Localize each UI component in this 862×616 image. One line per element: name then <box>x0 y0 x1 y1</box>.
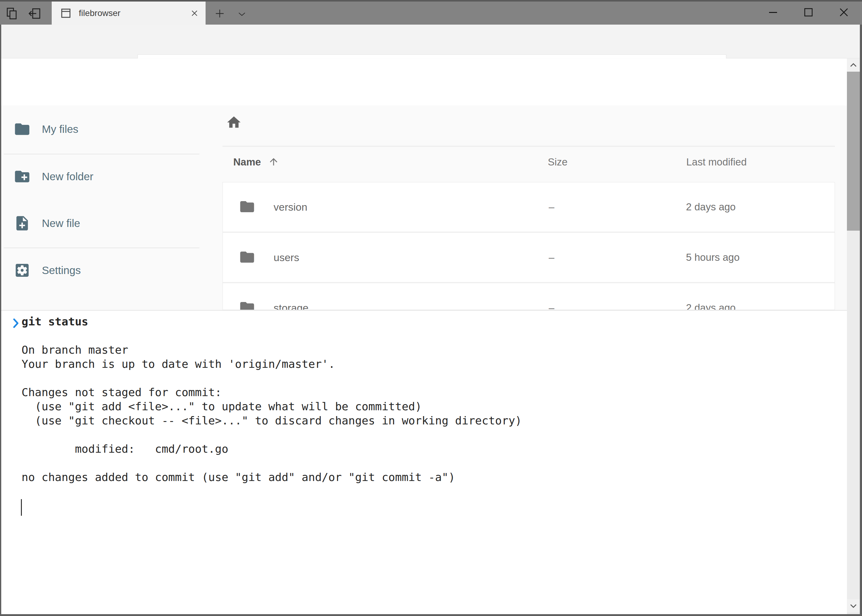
sidebar-item-new-folder[interactable]: New folder <box>14 160 186 193</box>
scroll-down-button[interactable] <box>847 599 860 612</box>
scroll-up-button[interactable] <box>847 58 860 72</box>
new-file-icon <box>14 215 31 232</box>
terminal-line: Your branch is up to date with 'origin/m… <box>22 357 522 371</box>
sidebar-divider <box>4 248 199 248</box>
file-name: storage <box>274 302 308 310</box>
terminal-output: git status On branch master Your branch … <box>1 311 522 484</box>
tab-preview-icon <box>5 6 19 20</box>
browser-tab[interactable]: filebrowser <box>52 2 206 25</box>
new-tab-button[interactable] <box>211 5 229 22</box>
terminal-line <box>22 329 522 343</box>
column-header-name[interactable]: Name <box>233 156 279 168</box>
window-border-top <box>0 0 862 2</box>
home-icon <box>226 115 242 130</box>
sidebar-item-my-files[interactable]: My files <box>14 112 186 146</box>
set-tabs-aside-button[interactable] <box>26 5 43 22</box>
sidebar-item-label: My files <box>42 123 79 135</box>
folder-icon <box>14 121 31 138</box>
terminal-line: (use "git checkout -- <file>..." to disc… <box>22 414 522 428</box>
terminal-line: On branch master <box>22 343 522 357</box>
address-toolbar: filebrowser.web/files/ <box>0 25 862 58</box>
new-folder-icon <box>14 168 31 185</box>
close-icon <box>837 5 851 20</box>
folder-icon <box>239 249 255 266</box>
file-row-storage[interactable]: storage – 2 days ago <box>223 283 835 310</box>
sidebar-item-new-file[interactable]: New file <box>14 206 186 240</box>
app-header <box>1 58 847 105</box>
terminal-line <box>22 456 522 470</box>
vertical-scrollbar[interactable] <box>847 58 860 614</box>
sidebar-item-label: Settings <box>42 264 80 277</box>
terminal-panel[interactable]: git status On branch master Your branch … <box>1 310 847 614</box>
breadcrumb-home-button[interactable] <box>224 113 244 132</box>
terminal-cursor[interactable] <box>21 499 22 516</box>
chevron-up-icon <box>848 60 859 71</box>
column-header-name-label: Name <box>233 156 261 168</box>
plus-icon <box>214 8 225 19</box>
chevron-down-icon <box>848 600 859 611</box>
file-row-users[interactable]: users – 5 hours ago <box>223 233 835 282</box>
sidebar-item-label: New file <box>42 217 80 229</box>
tab-favicon-icon <box>60 7 72 19</box>
file-name: users <box>274 251 299 264</box>
sidebar-item-label: New folder <box>42 170 93 183</box>
file-list: version – 2 days ago users – 5 hours ago… <box>222 182 835 310</box>
column-header-size[interactable]: Size <box>548 156 567 168</box>
terminal-line <box>22 371 522 385</box>
tab-title: filebrowser <box>79 8 186 18</box>
terminal-line: modified: cmd/root.go <box>22 442 522 456</box>
tab-list-button[interactable] <box>233 6 251 23</box>
window-border-right <box>860 25 862 616</box>
terminal-line: Changes not staged for commit: <box>22 385 522 399</box>
window-border-bottom <box>0 614 862 616</box>
terminal-line: (use "git add <file>..." to update what … <box>22 399 522 414</box>
window-border-left <box>0 25 1 616</box>
maximize-icon <box>801 5 816 20</box>
close-window-button[interactable] <box>831 3 857 22</box>
tab-preview-button[interactable] <box>3 5 20 22</box>
terminal-command: git status <box>22 314 522 329</box>
file-modified: 2 days ago <box>686 302 736 310</box>
file-size: – <box>549 302 554 310</box>
folder-icon <box>239 198 255 215</box>
maximize-button[interactable] <box>796 3 821 22</box>
sort-ascending-icon <box>268 156 279 167</box>
file-size: – <box>549 201 554 213</box>
minimize-button[interactable] <box>760 3 786 22</box>
terminal-line <box>22 428 522 442</box>
file-row-version[interactable]: version – 2 days ago <box>223 182 835 232</box>
close-icon <box>191 9 199 17</box>
column-header-modified[interactable]: Last modified <box>686 156 747 168</box>
listing-divider <box>222 146 835 147</box>
file-name: version <box>274 201 307 213</box>
set-tabs-aside-icon <box>27 6 41 20</box>
scrollbar-thumb[interactable] <box>847 72 860 231</box>
tab-close-button[interactable] <box>186 5 203 22</box>
file-modified: 5 hours ago <box>686 251 739 263</box>
chevron-down-icon <box>236 9 247 19</box>
sidebar-divider <box>4 154 199 154</box>
file-modified: 2 days ago <box>686 201 736 213</box>
file-size: – <box>549 251 554 263</box>
settings-icon <box>14 262 31 279</box>
folder-icon <box>239 299 255 310</box>
tab-bar: filebrowser <box>0 0 862 25</box>
minimize-icon <box>766 5 780 20</box>
sidebar-item-settings[interactable]: Settings <box>14 253 186 287</box>
browser-window: filebrowser <box>0 0 862 616</box>
terminal-line: no changes added to commit (use "git add… <box>22 470 522 484</box>
